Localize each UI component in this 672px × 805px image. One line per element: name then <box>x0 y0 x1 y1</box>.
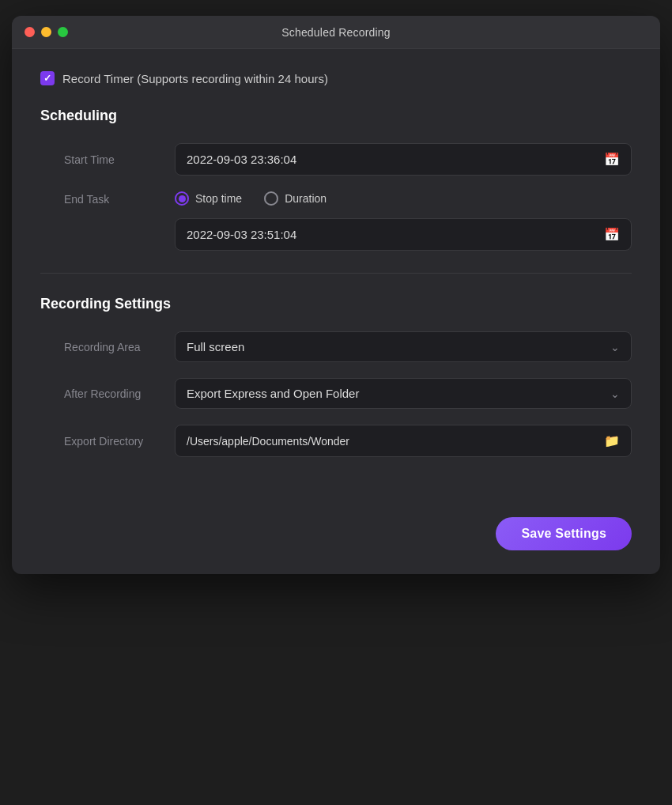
end-task-label: End Task <box>64 191 175 206</box>
scheduling-section: Scheduling Start Time 2022-09-03 23:36:0… <box>40 108 632 251</box>
start-time-group: Start Time 2022-09-03 23:36:04 📅 <box>40 143 632 176</box>
recording-area-value: Full screen <box>187 340 244 353</box>
content-area: Record Timer (Supports recording within … <box>12 49 660 501</box>
export-directory-group: Export Directory /Users/apple/Documents/… <box>40 425 632 457</box>
window-title: Scheduled Recording <box>281 26 391 39</box>
titlebar: Scheduled Recording <box>12 16 660 49</box>
export-directory-control: /Users/apple/Documents/Wonder 📁 <box>175 425 632 457</box>
export-directory-input[interactable]: /Users/apple/Documents/Wonder 📁 <box>175 425 632 457</box>
record-timer-checkbox[interactable] <box>40 71 55 85</box>
export-directory-value: /Users/apple/Documents/Wonder <box>187 435 349 448</box>
scheduling-title: Scheduling <box>40 108 632 124</box>
minimize-button[interactable] <box>41 27 51 37</box>
stop-time-option[interactable]: Stop time <box>175 191 242 206</box>
recording-area-select[interactable]: Full screen ⌄ <box>175 331 632 362</box>
save-settings-button[interactable]: Save Settings <box>496 517 632 550</box>
record-timer-row: Record Timer (Supports recording within … <box>40 71 632 85</box>
start-time-value: 2022-09-03 23:36:04 <box>187 153 296 166</box>
start-time-control: 2022-09-03 23:36:04 📅 <box>175 143 632 176</box>
export-directory-label: Export Directory <box>64 435 175 448</box>
recording-settings-title: Recording Settings <box>40 296 632 312</box>
duration-option[interactable]: Duration <box>264 191 327 206</box>
after-recording-label: After Recording <box>64 387 175 400</box>
folder-icon: 📁 <box>604 433 620 448</box>
traffic-lights <box>25 27 68 37</box>
duration-radio[interactable] <box>264 191 278 206</box>
main-window: Scheduled Recording Record Timer (Suppor… <box>12 16 660 574</box>
chevron-down-icon: ⌄ <box>610 341 620 353</box>
recording-area-label: Recording Area <box>64 341 175 353</box>
calendar-icon: 📅 <box>604 152 620 167</box>
after-recording-control: Export Express and Open Folder ⌄ <box>175 378 632 409</box>
duration-label: Duration <box>285 192 327 205</box>
end-task-radio-group: Stop time Duration <box>175 191 632 206</box>
recording-area-group: Recording Area Full screen ⌄ <box>40 331 632 362</box>
after-recording-group: After Recording Export Express and Open … <box>40 378 632 409</box>
maximize-button[interactable] <box>58 27 68 37</box>
start-time-input[interactable]: 2022-09-03 23:36:04 📅 <box>175 143 632 176</box>
section-divider <box>40 273 632 274</box>
end-task-control: Stop time Duration 2022-09-03 23:51:04 📅 <box>175 191 632 251</box>
stop-time-label: Stop time <box>195 192 242 205</box>
close-button[interactable] <box>25 27 35 37</box>
chevron-down-icon-2: ⌄ <box>610 387 620 400</box>
stop-time-value: 2022-09-03 23:51:04 <box>187 228 296 241</box>
recording-settings-section: Recording Settings Recording Area Full s… <box>40 296 632 457</box>
calendar-icon-2: 📅 <box>604 227 620 242</box>
start-time-label: Start Time <box>64 153 175 166</box>
record-timer-label: Record Timer (Supports recording within … <box>62 72 328 85</box>
after-recording-select[interactable]: Export Express and Open Folder ⌄ <box>175 378 632 409</box>
footer: Save Settings <box>12 501 660 574</box>
stop-time-input[interactable]: 2022-09-03 23:51:04 📅 <box>175 218 632 251</box>
after-recording-value: Export Express and Open Folder <box>187 387 359 400</box>
end-task-group: End Task Stop time Duration 2022-09- <box>40 191 632 251</box>
recording-area-control: Full screen ⌄ <box>175 331 632 362</box>
stop-time-radio[interactable] <box>175 191 189 206</box>
